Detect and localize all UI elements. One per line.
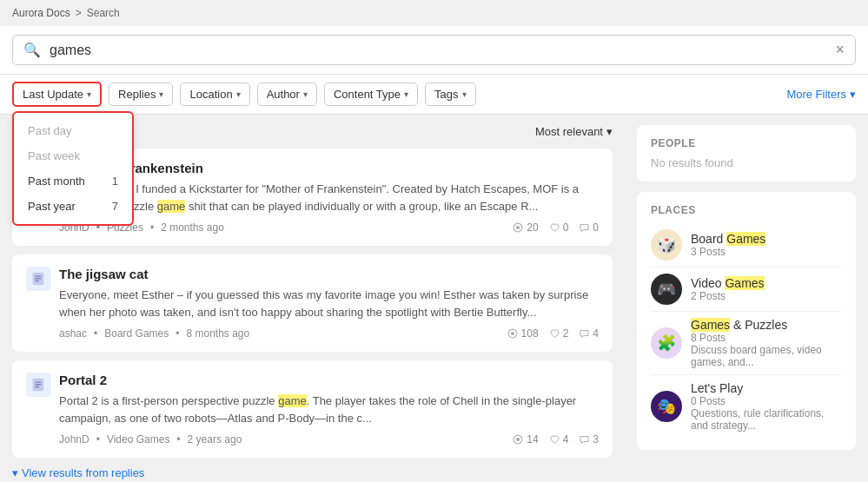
result-meta: JohnD • Video Games • 2 years ago 14 (59, 433, 599, 446)
last-update-filter[interactable]: Last Update ▾ (12, 82, 102, 107)
author-filter[interactable]: Author ▾ (257, 83, 317, 106)
place-info: Video Games 2 Posts (691, 276, 842, 302)
search-bar: 🔍 × (12, 35, 856, 65)
result-likes: 4 (549, 433, 569, 446)
clear-icon[interactable]: × (835, 41, 845, 59)
result-row: The jigsaw cat Everyone, meet Esther – i… (26, 267, 599, 340)
result-author: ashac (59, 327, 87, 340)
svg-point-11 (510, 332, 514, 335)
place-name: Let's Play (691, 381, 842, 395)
last-update-dropdown: Past dayPast weekPast month1Past year7 (12, 111, 134, 226)
people-section: PEOPLE No results found (637, 125, 856, 182)
result-likes: 2 (549, 327, 569, 340)
result-views: 14 (512, 433, 538, 446)
place-name: Games & Puzzles (691, 318, 842, 332)
result-time: 2 months ago (161, 221, 224, 234)
place-posts: 8 Posts (691, 332, 842, 344)
place-avatar: 🎭 (651, 391, 682, 422)
place-item[interactable]: 🎮 Video Games 2 Posts (651, 267, 842, 312)
place-item[interactable]: 🎲 Board Games 3 Posts (651, 223, 842, 267)
result-item: The jigsaw cat Everyone, meet Esther – i… (12, 254, 613, 352)
result-time: 2 years ago (188, 433, 242, 446)
view-replies-link[interactable]: ▾ View results from replies (12, 466, 613, 479)
result-text: The jigsaw cat Everyone, meet Esther – i… (59, 267, 599, 340)
result-views: 108 (507, 327, 539, 340)
chevron-down-icon: ▾ (159, 89, 163, 99)
breadcrumb-home[interactable]: Aurora Docs (12, 7, 70, 19)
chevron-down-icon: ▾ (236, 89, 241, 99)
chevron-down-icon: ▾ (404, 89, 408, 99)
result-item: Portal 2 Portal 2 is a first-person pers… (12, 360, 613, 458)
result-row: Portal 2 Portal 2 is a first-person pers… (26, 373, 599, 446)
result-icon (26, 267, 50, 291)
place-avatar: 🎮 (651, 274, 682, 305)
svg-point-17 (516, 438, 520, 441)
result-body: Everyone, meet Esther – if you guessed t… (59, 287, 599, 320)
chevron-down-icon: ▾ (87, 89, 91, 99)
place-desc: Questions, rule clarifications, and stra… (691, 407, 842, 432)
people-title: PEOPLE (651, 137, 842, 149)
content-type-filter[interactable]: Content Type ▾ (324, 83, 418, 106)
result-category: Board Games (104, 327, 169, 340)
chevron-down-icon: ▾ (462, 89, 467, 99)
sidebar: PEOPLE No results found PLACES 🎲 Board G… (625, 115, 868, 482)
search-icon: 🔍 (23, 42, 41, 58)
place-posts: 0 Posts (691, 395, 842, 407)
dropdown-item[interactable]: Past month1 (14, 168, 132, 194)
dropdown-item[interactable]: Past day (14, 118, 132, 143)
place-info: Games & Puzzles 8 Posts Discuss board ga… (691, 318, 842, 368)
place-avatar: 🎲 (651, 229, 682, 261)
chevron-down-icon: ▾ (850, 88, 856, 101)
svg-rect-15 (35, 386, 39, 387)
svg-rect-14 (35, 384, 41, 385)
people-empty: No results found (651, 156, 842, 169)
filters-bar: Last Update ▾ Replies ▾ Location ▾ Autho… (0, 75, 868, 115)
search-bar-wrapper: 🔍 × (0, 26, 868, 75)
breadcrumb-sep: > (76, 7, 82, 19)
result-body: Portal 2 is a first-person perspective p… (59, 393, 599, 426)
dropdown-item[interactable]: Past week (14, 143, 132, 168)
svg-rect-7 (35, 275, 41, 276)
places-section: PLACES 🎲 Board Games 3 Posts 🎮 Video Gam… (637, 192, 856, 450)
result-author: JohnD (59, 433, 89, 446)
result-comments: 3 (579, 433, 599, 446)
place-name: Board Games (691, 232, 842, 246)
place-avatar: 🧩 (651, 327, 682, 359)
place-posts: 3 Posts (691, 246, 842, 258)
place-posts: 2 Posts (691, 290, 842, 302)
dropdown-item[interactable]: Past year7 (14, 194, 132, 219)
svg-rect-9 (35, 281, 39, 281)
places-title: PLACES (651, 204, 842, 216)
result-icon (26, 373, 50, 397)
result-title[interactable]: Mother of Frankenstein (59, 161, 599, 175)
result-comments: 4 (579, 327, 599, 340)
place-name: Video Games (691, 276, 842, 290)
chevron-down-icon: ▾ (606, 125, 613, 138)
result-views: 20 (512, 221, 538, 234)
result-likes: 0 (549, 221, 569, 234)
more-filters-button[interactable]: More Filters ▾ (786, 88, 856, 101)
result-meta: ashac • Board Games • 8 months ago 108 (59, 327, 599, 340)
tags-filter[interactable]: Tags ▾ (425, 83, 475, 106)
result-title[interactable]: The jigsaw cat (59, 267, 599, 281)
result-title[interactable]: Portal 2 (59, 373, 599, 387)
sort-button[interactable]: Most relevant ▾ (535, 125, 613, 138)
place-info: Board Games 3 Posts (691, 232, 842, 258)
result-time: 8 months ago (186, 327, 249, 340)
replies-filter[interactable]: Replies ▾ (109, 83, 173, 106)
result-meta: JohnD • Puzzles • 2 months ago 20 (59, 221, 599, 234)
svg-rect-13 (35, 381, 41, 382)
place-desc: Discuss board games, video games, and... (691, 344, 842, 368)
svg-rect-8 (35, 278, 41, 279)
place-item[interactable]: 🎭 Let's Play 0 Posts Questions, rule cla… (651, 375, 842, 438)
place-info: Let's Play 0 Posts Questions, rule clari… (691, 381, 842, 432)
result-category: Video Games (107, 433, 170, 446)
breadcrumb: Aurora Docs > Search (0, 0, 868, 26)
location-filter[interactable]: Location ▾ (180, 83, 249, 106)
svg-point-5 (516, 226, 520, 229)
result-text: Portal 2 Portal 2 is a first-person pers… (59, 373, 599, 446)
chevron-down-icon: ▾ (303, 89, 308, 99)
place-item[interactable]: 🧩 Games & Puzzles 8 Posts Discuss board … (651, 312, 842, 375)
search-input[interactable] (50, 43, 826, 58)
result-body: Pre-pandemic, I funded a Kickstarter for… (59, 181, 599, 215)
